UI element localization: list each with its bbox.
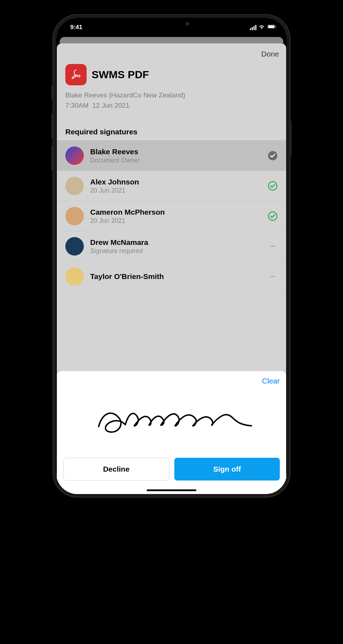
document-owner: Blake Reeves (HazardCo New Zealand): [65, 90, 278, 101]
avatar: [65, 207, 84, 225]
signer-subtext: Document Owner: [90, 157, 261, 164]
signer-info: Alex Johnson20 Jun 2021: [90, 178, 261, 194]
signer-name: Drew McNamara: [90, 238, 261, 247]
signer-info: Drew McNamaraSignature required: [90, 238, 261, 255]
signature-list: Blake ReevesDocument OwnerAlex Johnson20…: [57, 140, 286, 292]
signature-panel: Clear Decline Sign off: [57, 371, 286, 494]
signature-canvas[interactable]: [63, 387, 280, 451]
signer-name: Cameron McPherson: [90, 208, 261, 216]
avatar: [65, 177, 84, 195]
avatar: [65, 146, 84, 165]
status-time: 9:41: [66, 24, 82, 31]
signer-row[interactable]: Alex Johnson20 Jun 2021: [57, 171, 286, 201]
svg-point-5: [268, 212, 277, 220]
avatar: [65, 267, 84, 286]
signer-row[interactable]: Blake ReevesDocument Owner: [57, 141, 286, 171]
signoff-button[interactable]: Sign off: [174, 458, 280, 481]
signer-subtext: 20 Jun 2021: [90, 217, 261, 225]
signer-info: Blake ReevesDocument Owner: [90, 147, 261, 164]
wifi-icon: [258, 24, 265, 31]
decline-button[interactable]: Decline: [63, 458, 169, 481]
pdf-icon: [65, 64, 87, 85]
checkmark-circle-icon: [268, 211, 278, 221]
signer-name: Taylor O'Brien-Smith: [90, 272, 261, 281]
svg-rect-1: [268, 25, 274, 28]
signer-name: Blake Reeves: [90, 147, 261, 156]
document-title: SWMS PDF: [92, 69, 149, 81]
document-datetime: 7:30AM 12 Jun 2021: [65, 101, 278, 111]
done-button[interactable]: Done: [261, 50, 279, 58]
clear-button[interactable]: Clear: [262, 377, 280, 385]
signer-subtext: Signature required: [90, 247, 261, 255]
document-info: SWMS PDF Blake Reeves (HazardCo New Zeal…: [57, 61, 286, 118]
status-icons: [250, 24, 277, 31]
pending-dash-icon: [268, 241, 278, 251]
background-sheet-peek: [60, 37, 283, 43]
signer-row[interactable]: Drew McNamaraSignature required: [57, 231, 286, 262]
avatar: [65, 237, 84, 256]
signer-row[interactable]: Cameron McPherson20 Jun 2021: [57, 201, 286, 231]
pending-dash-icon: [268, 272, 278, 281]
section-title: Required signatures: [57, 118, 286, 140]
svg-point-3: [268, 151, 277, 160]
signer-subtext: 20 Jun 2021: [90, 187, 261, 194]
svg-point-4: [268, 182, 277, 190]
modal-sheet: Done SWMS PDF Blake Reeves (HazardCo New…: [57, 43, 286, 494]
battery-icon: [267, 24, 277, 31]
signer-info: Taylor O'Brien-Smith: [90, 272, 261, 281]
home-indicator[interactable]: [147, 489, 196, 491]
signer-name: Alex Johnson: [90, 178, 261, 186]
signer-info: Cameron McPherson20 Jun 2021: [90, 208, 261, 225]
svg-rect-2: [276, 26, 276, 28]
checkmark-circle-icon: [268, 181, 278, 191]
checkmark-filled-icon: [268, 151, 278, 161]
cellular-signal-icon: [250, 25, 256, 30]
signer-row[interactable]: Taylor O'Brien-Smith: [57, 262, 286, 292]
